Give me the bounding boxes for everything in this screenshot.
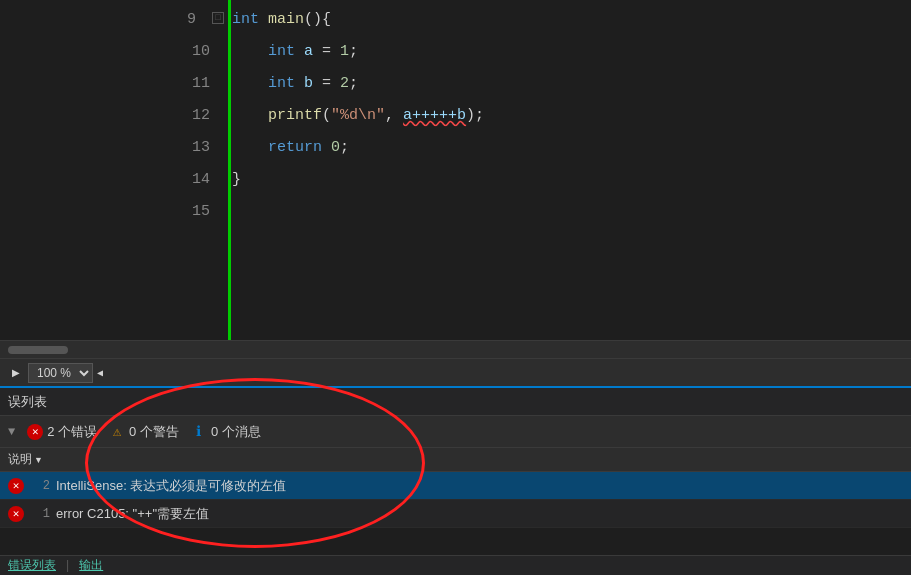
warning-count-badge: ⚠ 0 个警告: [109, 423, 179, 441]
bottom-links-bar: 错误列表 | 输出: [0, 555, 911, 575]
line-number-9: 9 □: [0, 4, 228, 36]
error-count-badge: ✕ 2 个错误: [27, 423, 97, 441]
line-number-15: 15: [0, 196, 228, 228]
error-column-headers: 说明 ▼: [0, 448, 911, 472]
error-panel-header: 误列表: [0, 388, 911, 416]
error-icon-row1: ✕: [8, 478, 24, 494]
col-description-header[interactable]: 说明 ▼: [8, 451, 43, 468]
code-line-14: }: [232, 164, 911, 196]
error-panel-title: 误列表: [8, 393, 47, 411]
bottom-link-error-list[interactable]: 错误列表: [8, 557, 56, 574]
error-list: ✕ 2 IntelliSense: 表达式必须是可修改的左值 ✕ 1 error…: [0, 472, 911, 528]
code-line-13: return 0;: [232, 132, 911, 164]
code-line-15: [232, 196, 911, 228]
code-line-11: int b = 2;: [232, 68, 911, 100]
filter-icon[interactable]: ▼: [8, 425, 15, 439]
code-content[interactable]: int main(){ int a = 1; int b = 2; printf…: [232, 0, 911, 340]
line-number-14: 14: [0, 164, 228, 196]
play-button[interactable]: ▶: [8, 365, 24, 380]
error-row1-num: 2: [30, 479, 50, 493]
bottom-link-output[interactable]: 输出: [79, 557, 103, 574]
error-row2-num: 1: [30, 507, 50, 521]
line-number-11: 11: [0, 68, 228, 100]
scroll-thumb[interactable]: [8, 346, 68, 354]
info-count-label: 0 个消息: [211, 423, 261, 441]
error-row1-text: IntelliSense: 表达式必须是可修改的左值: [56, 477, 286, 495]
code-line-10: int a = 1;: [232, 36, 911, 68]
error-row-1[interactable]: ✕ 2 IntelliSense: 表达式必须是可修改的左值: [0, 472, 911, 500]
error-panel-toolbar: ▼ ✕ 2 个错误 ⚠ 0 个警告 ℹ 0 个消息: [0, 416, 911, 448]
line-number-12: 12: [0, 100, 228, 132]
warning-count-label: 0 个警告: [129, 423, 179, 441]
warning-icon: ⚠: [109, 424, 125, 440]
info-count-badge: ℹ 0 个消息: [191, 423, 261, 441]
active-line-indicator: [228, 0, 231, 340]
error-row-2[interactable]: ✕ 1 error C2105: "++"需要左值: [0, 500, 911, 528]
error-row2-text: error C2105: "++"需要左值: [56, 505, 209, 523]
line-number-10: 10: [0, 36, 228, 68]
zoom-toolbar: ▶ 100 % 75 % 150 % ◀: [0, 358, 911, 386]
error-icon-row2: ✕: [8, 506, 24, 522]
line-number-13: 13: [0, 132, 228, 164]
error-panel: 误列表 ▼ ✕ 2 个错误 ⚠ 0 个警告 ℹ 0 个消息 说明 ▼ ✕ 2 I…: [0, 386, 911, 528]
horizontal-scrollbar[interactable]: [0, 340, 911, 358]
error-icon: ✕: [27, 424, 43, 440]
code-line-9: int main(){: [232, 4, 911, 36]
info-icon: ℹ: [191, 424, 207, 440]
zoom-arrow-left[interactable]: ◀: [97, 367, 103, 379]
zoom-select[interactable]: 100 % 75 % 150 %: [28, 363, 93, 383]
line-number-gutter: 9 □ 10 11 12 13 14 15: [0, 0, 228, 340]
bottom-separator: |: [64, 559, 71, 573]
error-count-label: 2 个错误: [47, 423, 97, 441]
editor-area: 9 □ 10 11 12 13 14 15 int main(){ int a …: [0, 0, 911, 340]
code-line-12: printf("%d\n", a+++++b);: [232, 100, 911, 132]
collapse-icon-9[interactable]: □: [212, 12, 224, 24]
